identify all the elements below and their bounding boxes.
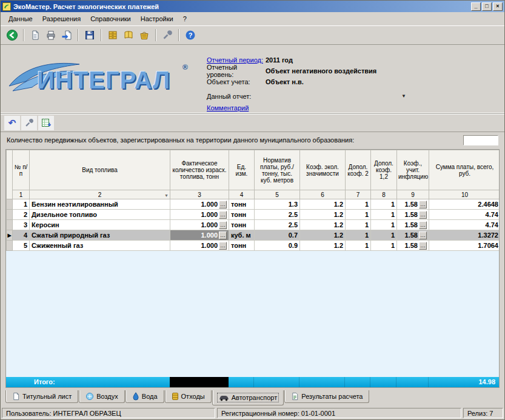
tools-button[interactable] bbox=[159, 27, 175, 43]
cell-fuel[interactable]: Керосин bbox=[30, 220, 170, 230]
col-header-dop2[interactable]: Допол. коэф. 2 bbox=[346, 150, 371, 190]
totals-sum-value: 14.98 bbox=[478, 378, 495, 385]
export-document-button[interactable] bbox=[59, 27, 75, 43]
comment-link[interactable]: Комментарий bbox=[207, 104, 249, 112]
ellipsis-button[interactable]: … bbox=[219, 221, 227, 229]
toolbar-separator bbox=[155, 29, 156, 41]
sort-icon[interactable]: ▼ bbox=[164, 192, 169, 199]
cell-infl[interactable]: 1.58… bbox=[397, 220, 429, 230]
cell-dop12[interactable]: 1 bbox=[371, 199, 397, 210]
col-header-dop12[interactable]: Допол. коэф. 1,2 bbox=[371, 150, 397, 190]
tab-air[interactable]: Воздух bbox=[79, 390, 125, 403]
cell-ekol[interactable]: 1.2 bbox=[300, 241, 346, 251]
cell-norm[interactable]: 2.5 bbox=[255, 210, 300, 220]
cell-ekol[interactable]: 1.2 bbox=[300, 199, 346, 210]
cell-infl[interactable]: 1.58… bbox=[397, 199, 429, 210]
col-header-number[interactable]: № п/п bbox=[13, 150, 30, 190]
col-header-ekol[interactable]: Коэф. экол. значимости bbox=[300, 150, 346, 190]
maximize-button[interactable]: □ bbox=[482, 2, 492, 11]
cell-norm[interactable]: 1.3 bbox=[255, 199, 300, 210]
cell-qty-editing[interactable]: 1.000… bbox=[170, 230, 229, 241]
cell-qty[interactable]: 1.000… bbox=[170, 210, 229, 220]
ellipsis-button[interactable]: … bbox=[219, 232, 227, 239]
current-report-combobox[interactable]: ▼ bbox=[266, 92, 408, 101]
menu-permissions[interactable]: Разрешения bbox=[38, 14, 85, 24]
cell-dop12[interactable]: 1 bbox=[371, 241, 397, 251]
cell-dop2[interactable]: 1 bbox=[346, 210, 371, 220]
cell-dop12[interactable]: 1 bbox=[371, 210, 397, 220]
table-row[interactable]: 2 Дизельное топливо 1.000… тонн 2.5 1.2 … bbox=[7, 210, 500, 220]
cell-unit[interactable]: тонн bbox=[229, 220, 255, 230]
print-button[interactable] bbox=[43, 27, 59, 43]
ellipsis-button[interactable]: … bbox=[419, 221, 427, 229]
new-report-button[interactable] bbox=[27, 27, 43, 43]
back-button[interactable] bbox=[4, 27, 20, 43]
cell-qty[interactable]: 1.000… bbox=[170, 241, 229, 251]
cell-norm[interactable]: 0.7 bbox=[255, 230, 300, 241]
export-table-button[interactable] bbox=[38, 116, 54, 130]
tab-transport-active[interactable]: Автотранспорт bbox=[212, 390, 284, 405]
cell-unit[interactable]: куб. м bbox=[229, 230, 255, 241]
save-button[interactable] bbox=[82, 27, 98, 43]
menu-data[interactable]: Данные bbox=[4, 14, 37, 24]
chevron-down-icon[interactable]: ▼ bbox=[400, 93, 408, 99]
table-row[interactable]: 5 Сжиженный газ 1.000… тонн 0.9 1.2 1 1 … bbox=[7, 241, 500, 251]
col-header-fuel[interactable]: Вид топлива bbox=[30, 150, 170, 190]
menu-help[interactable]: ? bbox=[179, 14, 191, 24]
cell-norm[interactable]: 2.5 bbox=[255, 220, 300, 230]
col-header-infl[interactable]: Коэф., учит. инфляцию bbox=[397, 150, 429, 190]
tab-title-sheet[interactable]: Титульный лист bbox=[5, 390, 78, 403]
archive-button[interactable] bbox=[136, 27, 152, 43]
col-header-norm[interactable]: Норматив платы, руб./тонну, тыс. куб. ме… bbox=[255, 150, 300, 190]
cell-fuel[interactable]: Сжатый природный газ bbox=[30, 230, 170, 241]
undo-button[interactable]: ↶ bbox=[4, 116, 20, 130]
tab-water[interactable]: Вода bbox=[125, 390, 164, 403]
report-period-link[interactable]: Отчетный период: bbox=[207, 56, 266, 64]
cell-dop2[interactable]: 1 bbox=[346, 199, 371, 210]
ellipsis-button[interactable]: … bbox=[219, 201, 227, 208]
col-header-unit[interactable]: Ед. изм. bbox=[229, 150, 255, 190]
cell-dop2[interactable]: 1 bbox=[346, 241, 371, 251]
report-forms-button[interactable] bbox=[121, 27, 136, 43]
col-header-sum[interactable]: Сумма платы, всего, руб. bbox=[429, 150, 500, 190]
cell-dop12[interactable]: 1 bbox=[371, 220, 397, 230]
cell-dop2[interactable]: 1 bbox=[346, 220, 371, 230]
cell-infl[interactable]: 1.58… bbox=[397, 241, 429, 251]
ellipsis-button[interactable]: … bbox=[219, 242, 227, 250]
cell-fuel[interactable]: Дизельное топливо bbox=[30, 210, 170, 220]
mobile-objects-input[interactable] bbox=[463, 135, 498, 145]
table-row-selected[interactable]: ▶ 4 Сжатый природный газ 1.000… куб. м 0… bbox=[7, 230, 500, 241]
cell-unit[interactable]: тонн bbox=[229, 199, 255, 210]
cell-unit[interactable]: тонн bbox=[229, 210, 255, 220]
cell-infl[interactable]: 1.58… bbox=[397, 210, 429, 220]
minimize-button[interactable]: _ bbox=[471, 2, 481, 11]
cell-dop12[interactable]: 1 bbox=[371, 230, 397, 241]
cell-infl[interactable]: 1.58… bbox=[397, 230, 429, 241]
ellipsis-button[interactable]: … bbox=[419, 211, 427, 219]
tab-waste[interactable]: Отходы bbox=[165, 390, 212, 403]
menu-settings[interactable]: Настройки bbox=[136, 14, 178, 24]
cell-ekol[interactable]: 1.2 bbox=[300, 230, 346, 241]
cell-ekol[interactable]: 1.2 bbox=[300, 210, 346, 220]
ellipsis-button[interactable]: … bbox=[419, 232, 427, 239]
table-row[interactable]: 3 Керосин 1.000… тонн 2.5 1.2 1 1 1.58… … bbox=[7, 220, 500, 230]
cell-qty[interactable]: 1.000… bbox=[170, 220, 229, 230]
col-header-qty[interactable]: Фактическое количество израсх. топлива, … bbox=[170, 150, 229, 190]
cell-unit[interactable]: тонн bbox=[229, 241, 255, 251]
tab-results[interactable]: Результаты расчета bbox=[284, 390, 369, 403]
ellipsis-button[interactable]: … bbox=[419, 242, 427, 250]
cell-fuel[interactable]: Сжиженный газ bbox=[30, 241, 170, 251]
close-button[interactable]: × bbox=[493, 2, 503, 11]
menu-directories[interactable]: Справочники bbox=[86, 14, 135, 24]
ellipsis-button[interactable]: … bbox=[219, 211, 227, 219]
cell-fuel[interactable]: Бензин неэтилированный bbox=[30, 199, 170, 210]
cell-dop2[interactable]: 1 bbox=[346, 230, 371, 241]
cell-qty[interactable]: 1.000… bbox=[170, 199, 229, 210]
catalog-button[interactable] bbox=[105, 27, 121, 43]
ellipsis-button[interactable]: … bbox=[419, 201, 427, 208]
grid-tools-button[interactable] bbox=[21, 116, 37, 130]
help-button[interactable]: ? bbox=[182, 27, 198, 43]
cell-norm[interactable]: 0.9 bbox=[255, 241, 300, 251]
table-row[interactable]: 1 Бензин неэтилированный 1.000… тонн 1.3… bbox=[7, 199, 500, 210]
cell-ekol[interactable]: 1.2 bbox=[300, 220, 346, 230]
